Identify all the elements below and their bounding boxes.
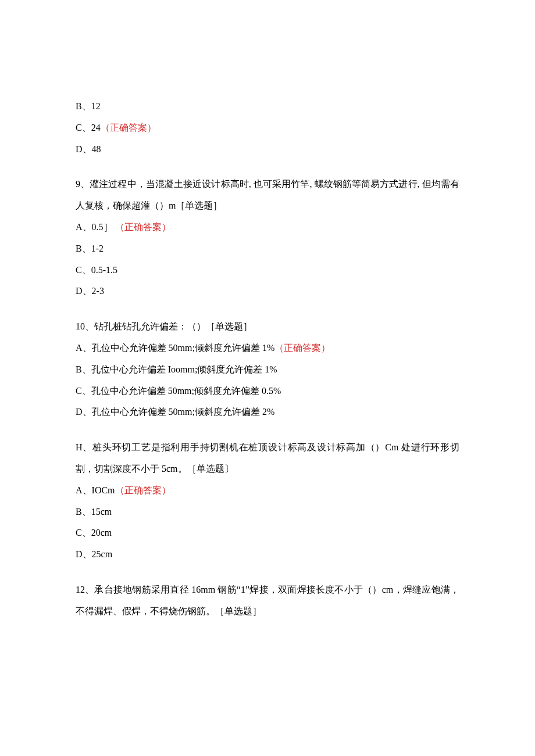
- option-a: A、孔位中心允许偏差 50mm;倾斜度允许偏差 1%（正确答案）: [76, 338, 459, 359]
- option-a-text: A、0.5］: [76, 222, 113, 232]
- option-d: D、48: [76, 139, 459, 160]
- option-c-text: C、24: [76, 123, 101, 132]
- question-stem: H、桩头环切工艺是指利用手持切割机在桩顶设计标高及设计标高加（）Cm 处进行环形…: [76, 437, 459, 480]
- question-9: 9、灌注过程中，当混凝土接近设计标高时, 也可采用竹竿, 螺纹钢筋等简易方式进行…: [76, 174, 459, 302]
- document-page: B、12 C、24（正确答案） D、48 9、灌注过程中，当混凝土接近设计标高时…: [0, 0, 535, 753]
- correct-answer-label: （正确答案）: [274, 343, 330, 353]
- question-stem: 12、承台接地钢筋采用直径 16mm 钢筋“1”焊接，双面焊接长度不小于（）cm…: [76, 579, 459, 622]
- correct-answer-label: （正确答案）: [115, 485, 171, 495]
- option-d: D、25cm: [76, 544, 459, 565]
- option-d: D、孔位中心允许偏差 50mm;倾斜度允许偏差 2%: [76, 402, 459, 423]
- option-a: A、IOCm（正确答案）: [76, 480, 459, 501]
- option-c: C、0.5-1.5: [76, 260, 459, 281]
- correct-answer-label: （正确答案）: [101, 123, 156, 132]
- correct-answer-label: （正确答案）: [115, 222, 171, 232]
- option-b: B、15cm: [76, 501, 459, 523]
- option-a-text: A、孔位中心允许偏差 50mm;倾斜度允许偏差 1%: [76, 343, 274, 353]
- question-stem: 9、灌注过程中，当混凝土接近设计标高时, 也可采用竹竿, 螺纹钢筋等简易方式进行…: [76, 174, 459, 217]
- option-b: B、孔位中心允许偏差 Ioomm;倾斜度允许偏差 1%: [76, 359, 459, 381]
- option-d: D、2-3: [76, 281, 459, 302]
- option-a-text: A、IOCm: [76, 485, 115, 495]
- option-b: B、1-2: [76, 238, 459, 260]
- question-8-options: B、12 C、24（正确答案） D、48: [76, 96, 459, 160]
- option-b: B、12: [76, 96, 459, 117]
- option-c: C、24（正确答案）: [76, 117, 459, 139]
- option-a: A、0.5］ （正确答案）: [76, 217, 459, 238]
- question-10: 10、钻孔桩钻孔允许偏差：（）［单选题］ A、孔位中心允许偏差 50mm;倾斜度…: [76, 316, 459, 423]
- question-12: 12、承台接地钢筋采用直径 16mm 钢筋“1”焊接，双面焊接长度不小于（）cm…: [76, 579, 459, 622]
- option-c: C、20cm: [76, 522, 459, 544]
- question-stem: 10、钻孔桩钻孔允许偏差：（）［单选题］: [76, 316, 459, 338]
- question-11: H、桩头环切工艺是指利用手持切割机在桩顶设计标高及设计标高加（）Cm 处进行环形…: [76, 437, 459, 565]
- option-c: C、孔位中心允许偏差 50mm;倾斜度允许偏差 0.5%: [76, 381, 459, 402]
